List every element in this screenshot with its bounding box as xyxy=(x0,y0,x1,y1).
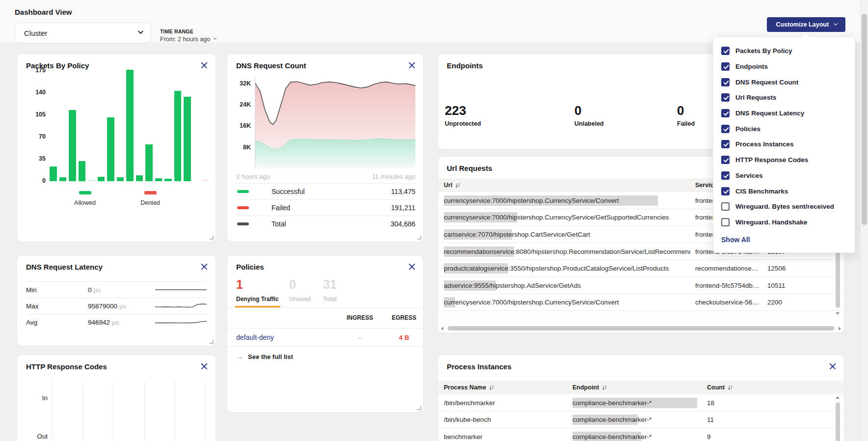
scrollbar-thumb[interactable] xyxy=(862,14,867,225)
close-icon[interactable] xyxy=(408,263,416,271)
menu-item-label: Url Requests xyxy=(735,94,776,101)
sort-header-endpoint[interactable]: Endpoint xyxy=(572,381,701,394)
url-cell: productcatalogservice:3550/hipstershop.P… xyxy=(444,260,690,277)
bar-denied xyxy=(202,180,209,181)
url-cell: recommendationservice:8080/hipstershop.R… xyxy=(444,243,690,260)
checkbox-checked-icon[interactable] xyxy=(721,62,730,71)
resize-handle[interactable] xyxy=(210,340,214,344)
stat-label: Failed xyxy=(677,120,695,127)
legend-item-allowed: Allowed xyxy=(64,188,106,206)
horizontal-scrollbar[interactable] xyxy=(440,326,842,331)
panel-title: Endpoints xyxy=(447,61,483,70)
menu-item-http-response-codes[interactable]: HTTP Response Codes xyxy=(713,152,855,168)
heatmap-grid xyxy=(17,382,216,441)
checkbox-checked-icon[interactable] xyxy=(721,125,730,133)
close-icon[interactable] xyxy=(408,61,416,69)
tab-unused[interactable]: 0 Unused xyxy=(289,277,311,303)
menu-item-label: CIS Benchmarks xyxy=(735,188,788,195)
scroll-up-icon[interactable] xyxy=(836,396,840,399)
highlighted-text: productcatalogservice xyxy=(444,263,508,274)
url-request-row: currencyservice:7000/hipstershop.Currenc… xyxy=(438,294,844,311)
y-tick-label: 70 xyxy=(39,133,46,140)
menu-item-wireguard-handshake[interactable]: Wireguard. Handshake xyxy=(713,215,855,230)
menu-item-label: Packets By Policy xyxy=(735,47,792,55)
close-icon[interactable] xyxy=(200,362,208,370)
menu-item-packets-by-policy[interactable]: Packets By Policy xyxy=(713,43,855,59)
y-tick-label: 24K xyxy=(240,101,251,108)
checkbox-unchecked-icon[interactable] xyxy=(721,202,730,211)
show-all-link[interactable]: Show All xyxy=(721,236,750,244)
scroll-right-icon[interactable] xyxy=(839,327,841,331)
checkbox-checked-icon[interactable] xyxy=(721,140,730,148)
count-cell: 9 xyxy=(707,428,751,441)
menu-item-dns-request-latency[interactable]: DNS Request Latency xyxy=(713,106,855,121)
bar-allowed xyxy=(79,161,86,182)
menu-item-endpoints[interactable]: Endpoints xyxy=(713,59,855,75)
latency-row-avg: Avg946942µs xyxy=(26,314,207,330)
panel-title: DNS Request Count xyxy=(236,61,306,70)
checkbox-checked-icon[interactable] xyxy=(721,156,730,164)
menu-item-cis-benchmarks[interactable]: CIS Benchmarks xyxy=(713,183,855,199)
menu-item-wireguard-bytes-sent-received[interactable]: Wireguard. Bytes sent/received xyxy=(713,199,855,215)
stat-value: 0 xyxy=(677,103,695,118)
bar-chart xyxy=(50,70,212,181)
sort-header-count[interactable]: Count xyxy=(707,381,751,394)
highlighted-text: recommendationservice xyxy=(444,247,514,257)
checkbox-checked-icon[interactable] xyxy=(721,93,730,102)
sort-header-url[interactable]: Url xyxy=(444,178,690,192)
resize-handle[interactable] xyxy=(417,406,421,410)
sort-icon xyxy=(455,183,461,188)
y-tick-label: 35 xyxy=(39,155,46,162)
sort-header-process-name[interactable]: Process Name xyxy=(444,381,567,394)
tab-total[interactable]: 31 Total xyxy=(323,277,337,303)
menu-item-url-requests[interactable]: Url Requests xyxy=(713,90,855,106)
panel-policies: Policies 1 Denying Traffic 0 Unused 31 T… xyxy=(227,255,424,413)
scrollbar-thumb[interactable] xyxy=(448,326,834,331)
customize-layout-button[interactable]: Customize Layout xyxy=(767,17,845,32)
tab-denying-traffic[interactable]: 1 Denying Traffic xyxy=(236,277,279,303)
customize-layout-menu: Packets By PolicyEndpointsDNS Request Co… xyxy=(713,37,855,253)
resize-handle[interactable] xyxy=(417,236,421,240)
menu-item-process-instances[interactable]: Process Instances xyxy=(713,137,855,152)
policy-link[interactable]: default-deny xyxy=(236,333,274,341)
menu-item-services[interactable]: Services xyxy=(713,168,855,184)
latency-row-max: Max95879000µs xyxy=(26,298,207,314)
checkbox-checked-icon[interactable] xyxy=(721,78,730,86)
see-full-list-link[interactable]: → See the full list xyxy=(227,349,293,364)
vertical-scrollbar[interactable] xyxy=(836,396,840,441)
chevron-down-icon xyxy=(834,21,838,25)
time-range-from[interactable]: From: 2 hours ago xyxy=(160,36,216,43)
scroll-down-icon[interactable] xyxy=(836,312,840,315)
scrollbar-thumb[interactable] xyxy=(836,402,840,441)
view-select[interactable]: Cluster xyxy=(15,23,151,43)
checkbox-checked-icon[interactable] xyxy=(721,171,730,180)
column-label: Count xyxy=(707,384,725,391)
close-icon[interactable] xyxy=(200,61,208,69)
gridline xyxy=(113,382,114,441)
checkbox-checked-icon[interactable] xyxy=(721,109,730,117)
close-icon[interactable] xyxy=(200,263,208,271)
sparkline-chart xyxy=(155,285,207,294)
close-icon[interactable] xyxy=(829,362,837,370)
menu-item-policies[interactable]: Policies xyxy=(713,121,855,137)
plain-text: er-* xyxy=(641,433,652,441)
menu-item-label: Endpoints xyxy=(735,63,768,70)
resize-handle[interactable] xyxy=(210,236,214,240)
plain-text: :3550/hipstershop.ProductCatalogService/… xyxy=(508,265,669,272)
menu-item-dns-request-count[interactable]: DNS Request Count xyxy=(713,74,855,90)
sort-icon xyxy=(728,385,733,390)
page-scrollbar[interactable] xyxy=(860,0,868,441)
total-swatch-icon xyxy=(237,222,249,226)
gridline xyxy=(175,382,175,441)
dns-legend: Successful 113,475 Failed 191,211 Total … xyxy=(236,183,415,232)
legend-label: Allowed xyxy=(64,199,106,206)
stat-value: 31 xyxy=(323,277,337,292)
url-cell: currencyservice:7000/hipstershop.Currenc… xyxy=(444,209,690,226)
highlighted-text: cartservice:7070/hipste xyxy=(444,229,512,240)
checkbox-checked-icon[interactable] xyxy=(721,47,730,55)
scroll-left-icon[interactable] xyxy=(441,327,443,331)
url-request-row: productcatalogservice:3550/hipstershop.P… xyxy=(438,260,844,277)
checkbox-unchecked-icon[interactable] xyxy=(721,218,730,226)
process-table-rows: /bin/benchmarkercompliance-benchmarker-*… xyxy=(438,394,844,441)
checkbox-checked-icon[interactable] xyxy=(721,187,730,195)
